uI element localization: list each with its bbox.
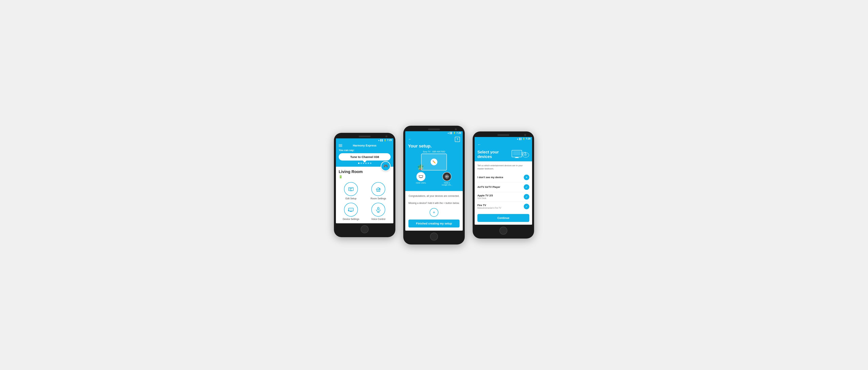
svg-point-20 <box>446 176 447 177</box>
hamburger-menu[interactable] <box>339 144 342 147</box>
congrats-text: Congratulations, all your devices are co… <box>408 194 460 205</box>
add-device-button[interactable]: + <box>430 208 438 217</box>
svg-rect-4 <box>350 191 352 191</box>
svg-point-27 <box>526 155 527 155</box>
screen3-header: ← Select your devices <box>475 140 532 161</box>
battery-icon-2: 🔋 <box>453 132 456 134</box>
dot-5[interactable] <box>368 163 369 164</box>
dot-1[interactable] <box>358 163 360 164</box>
room-settings-item[interactable]: Room Settings <box>366 182 391 200</box>
back-button-2[interactable]: ← <box>408 137 412 141</box>
screen3-title: Select your devices <box>477 150 512 161</box>
congrats-line-1: Congratulations, all your devices are co… <box>409 195 459 197</box>
back-button-3[interactable]: ← <box>477 142 481 147</box>
status-icons-2: ▲ ▌▌ 🔋 <box>447 132 456 134</box>
phone-2-screen: ▲ ▌▌ 🔋 7:29 ← ? Your setup. Sony TV - XB… <box>405 131 463 231</box>
action-grid: Edit Setup Room Settings <box>339 182 391 221</box>
phone-3-speaker <box>497 134 509 136</box>
dot-2[interactable] <box>361 163 362 164</box>
voice-control-label: Voice Control <box>371 218 385 221</box>
device-settings-label: Device Settings <box>343 218 359 221</box>
remote-button[interactable]: 🎮 <box>381 161 391 171</box>
continue-button[interactable]: Continue <box>477 214 529 222</box>
add-no-device-button[interactable]: + <box>524 175 529 180</box>
svg-rect-5 <box>377 190 380 192</box>
hamburger-line-1 <box>339 144 342 145</box>
appletv-label: Apple TV 2/3 <box>477 194 493 197</box>
tv-box: ✏️ <box>421 154 447 170</box>
phone-2-top <box>405 129 463 130</box>
svg-rect-24 <box>515 158 519 158</box>
voice-control-item[interactable]: Voice Control <box>366 203 391 221</box>
svg-rect-18 <box>420 177 422 178</box>
device-row-appletv[interactable]: Apple TV 2/3 Syls Desk ✓ <box>477 192 529 202</box>
home-button-2[interactable] <box>430 233 438 240</box>
device-row-firetv[interactable]: Fire TV Balasubramanian's Fire TV ✓ <box>477 202 529 211</box>
svg-rect-23 <box>516 157 518 158</box>
airtv-check[interactable]: ✓ <box>524 184 529 190</box>
phone-1-screen: ▲ ▌▌ 🔋 7:29 Harmony Express You can say:… <box>336 138 393 223</box>
screen1-body: 🎮 Living Room 🔋 Edit Setup <box>336 167 393 223</box>
phone-2-speaker <box>428 129 440 130</box>
wifi-icon-2: ▲ <box>447 132 449 134</box>
phone-1: ▲ ▌▌ 🔋 7:29 Harmony Express You can say:… <box>334 133 395 237</box>
edit-setup-item[interactable]: Edit Setup <box>339 182 363 200</box>
screen2-nav: ← ? <box>408 137 460 142</box>
status-bar-1: ▲ ▌▌ 🔋 7:29 <box>336 138 393 142</box>
phone-3: ▲ ▌▌ 🔋 7:29 ← Select your devices <box>473 131 534 239</box>
appletv-sub: Syls Desk <box>477 197 493 199</box>
signal-icon-2: ▌▌ <box>450 132 453 134</box>
phone-3-screen: ▲ ▌▌ 🔋 7:29 ← Select your devices <box>475 137 532 225</box>
hdmi-2-icon[interactable] <box>442 172 452 181</box>
time-2: 7:29 <box>456 132 461 134</box>
remote-icon: 🎮 <box>383 164 388 168</box>
firetv-check[interactable]: ✓ <box>524 204 529 209</box>
svg-rect-22 <box>513 151 521 156</box>
screen2-body: Congratulations, all your devices are co… <box>405 191 463 231</box>
device-settings-icon <box>344 203 358 216</box>
devices-illustration <box>512 148 529 161</box>
hdmi-1-label: HDMI 1/MHL <box>416 182 426 184</box>
hamburger-line-2 <box>339 145 342 146</box>
voice-command-bubble: Tune to Channel 038 <box>339 153 391 161</box>
screen3-nav: ← <box>477 142 529 147</box>
hdmi-1-item: HDMI 1/MHL <box>416 172 426 186</box>
tv-setup-area: Sony TV - XBR-49X700D 🪴 ✏️ <box>408 150 460 170</box>
tv-illustration: 🪴 ✏️ <box>421 154 447 170</box>
tv-edit-button[interactable]: ✏️ <box>431 159 437 165</box>
dot-4[interactable] <box>365 163 367 164</box>
signal-icon-3: ▌▌ <box>519 138 522 140</box>
status-bar-2: ▲ ▌▌ 🔋 7:29 <box>405 131 463 135</box>
phone-2-camera <box>455 128 457 130</box>
room-settings-label: Room Settings <box>371 197 386 200</box>
battery-icon-3: 🔋 <box>523 138 525 140</box>
hdmi-row: HDMI 1/MHL HDMI 2 Google Chr... <box>408 172 460 188</box>
svg-rect-1 <box>349 188 352 189</box>
hamburger-line-3 <box>339 146 342 147</box>
help-button[interactable]: ? <box>455 137 460 142</box>
screen3-header-content: Select your devices <box>477 148 529 161</box>
home-button-3[interactable] <box>499 227 507 235</box>
phone-3-camera <box>524 134 526 136</box>
device-settings-item[interactable]: Device Settings <box>339 203 363 221</box>
device-row-airtv[interactable]: AirTV AirTV Player ✓ <box>477 182 529 192</box>
appletv-check[interactable]: ✓ <box>524 194 529 200</box>
phone-2: ▲ ▌▌ 🔋 7:29 ← ? Your setup. Sony TV - XB… <box>403 126 465 244</box>
screen2-header: ← ? Your setup. Sony TV - XBR-49X700D 🪴 … <box>405 135 463 191</box>
firetv-info: Fire TV Balasubramanian's Fire TV <box>477 204 501 209</box>
voice-control-icon <box>371 203 385 216</box>
finished-button[interactable]: Finished creating my setup <box>408 220 460 228</box>
dot-3[interactable] <box>363 163 364 164</box>
hdmi-1-icon[interactable] <box>416 172 426 181</box>
hdmi-2-item: HDMI 2 Google Chr... <box>442 172 452 186</box>
dot-6[interactable] <box>370 163 371 164</box>
edit-setup-icon <box>344 182 358 196</box>
screen1-nav: Harmony Express <box>339 144 391 147</box>
svg-rect-9 <box>349 209 353 210</box>
phone-1-bottom <box>336 225 393 233</box>
svg-rect-2 <box>349 189 351 190</box>
device-row-no-device[interactable]: I don't see my device + <box>477 173 529 182</box>
status-bar-3: ▲ ▌▌ 🔋 7:29 <box>475 137 532 140</box>
hdmi-2-label: HDMI 2 Google Chr... <box>442 182 452 186</box>
home-button-1[interactable] <box>361 225 369 233</box>
